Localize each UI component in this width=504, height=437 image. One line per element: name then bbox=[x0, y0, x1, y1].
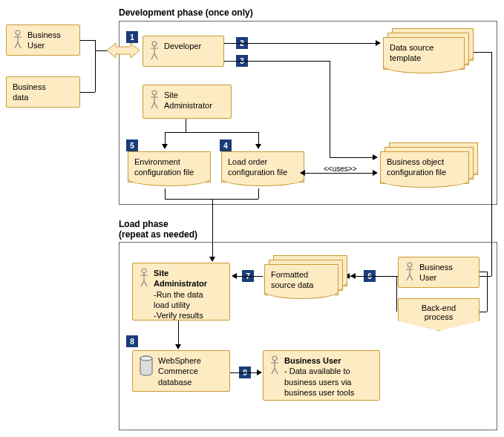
business-user-final: Business User - Data available to busine… bbox=[263, 350, 380, 401]
arrow-dev-datasource bbox=[224, 43, 377, 44]
business-user-load-node: Business User bbox=[398, 257, 480, 288]
person-icon bbox=[269, 355, 280, 375]
svg-marker-1 bbox=[107, 43, 140, 58]
step-4-badge: 4 bbox=[220, 139, 232, 151]
arrowhead bbox=[350, 273, 356, 279]
backend-process-label: Back-end process bbox=[405, 303, 473, 321]
svg-point-5 bbox=[408, 263, 412, 267]
arrowhead bbox=[373, 170, 378, 176]
database-icon bbox=[139, 355, 154, 376]
person-icon bbox=[139, 268, 149, 287]
svg-point-4 bbox=[142, 269, 146, 273]
person-icon bbox=[149, 90, 160, 109]
arrow-dev-bizobj-v bbox=[330, 61, 330, 157]
connector bbox=[258, 188, 259, 199]
arrow-dev-bizobj-h bbox=[224, 61, 330, 62]
phase1-title: Development phase (once only) bbox=[119, 7, 253, 18]
connector bbox=[80, 40, 95, 41]
websphere-db: WebSphere Commerce database bbox=[132, 350, 230, 392]
arrow-db-bu bbox=[230, 372, 258, 373]
arrowhead bbox=[175, 344, 181, 349]
arrow-ds-fmt-h1 bbox=[474, 52, 491, 53]
connector bbox=[165, 199, 258, 200]
arrow-bu-fmt bbox=[355, 276, 396, 277]
arrow-dev-bizobj-h2 bbox=[330, 157, 374, 158]
uses-connector bbox=[304, 173, 374, 174]
data-source-template: Data source template bbox=[383, 37, 465, 70]
connector bbox=[186, 119, 186, 132]
person-icon bbox=[13, 30, 23, 49]
load-order-label: Load order configuration file bbox=[228, 157, 287, 178]
connector bbox=[95, 50, 107, 51]
formatted-source-data: Formatted source data bbox=[264, 264, 338, 295]
arrowhead bbox=[162, 144, 168, 149]
db-label: WebSphere Commerce database bbox=[158, 355, 201, 387]
step-5-badge: 5 bbox=[126, 139, 138, 151]
svg-point-7 bbox=[140, 356, 152, 361]
business-data-label: Business data bbox=[13, 82, 46, 103]
formatted-source-label: Formatted source data bbox=[271, 269, 313, 291]
phase2-subtitle: (repeat as needed) bbox=[119, 229, 197, 240]
arrowhead bbox=[257, 369, 262, 375]
connector bbox=[487, 272, 488, 312]
developer-node: Developer bbox=[143, 36, 224, 67]
svg-point-0 bbox=[16, 30, 20, 35]
developer-label: Developer bbox=[164, 41, 201, 51]
arrowhead bbox=[300, 170, 305, 176]
data-source-template-label: Data source template bbox=[390, 42, 433, 64]
connector bbox=[165, 132, 258, 133]
svg-point-3 bbox=[152, 91, 157, 95]
arrowhead bbox=[373, 154, 378, 160]
arrowhead bbox=[376, 40, 381, 46]
svg-point-2 bbox=[152, 42, 157, 46]
connector bbox=[480, 312, 487, 312]
person-icon bbox=[149, 41, 160, 60]
env-config-file: Environment configuration file bbox=[128, 151, 211, 183]
uses-label: <<uses>> bbox=[322, 165, 358, 173]
load-order-config-file: Load order configuration file bbox=[221, 151, 304, 183]
arrowhead bbox=[232, 273, 237, 279]
site-admin-load-text: Site Administrator -Run the data load ut… bbox=[154, 268, 207, 321]
business-user-load-label: Business User bbox=[419, 262, 453, 283]
business-user-label: Business User bbox=[27, 30, 61, 51]
connector bbox=[480, 272, 487, 272]
arrow-fmt-sa bbox=[236, 276, 263, 277]
business-user-final-text: Business User - Data available to busine… bbox=[284, 355, 354, 398]
connector bbox=[396, 276, 397, 312]
business-data-external: Business data bbox=[6, 76, 80, 108]
biz-obj-config-file: Business object configuration file bbox=[380, 151, 469, 184]
business-user-external: Business User bbox=[6, 24, 80, 56]
arrow-sa-db bbox=[178, 321, 179, 346]
person-icon bbox=[405, 262, 415, 281]
env-config-label: Environment configuration file bbox=[134, 157, 194, 178]
site-admin-dev-label: Site Administrator bbox=[164, 90, 212, 111]
svg-point-8 bbox=[272, 356, 277, 361]
connector bbox=[95, 40, 96, 92]
biz-obj-config-label: Business object configuration file bbox=[387, 157, 446, 178]
site-admin-load-node: Site Administrator -Run the data load ut… bbox=[132, 263, 230, 321]
step-8-badge: 8 bbox=[126, 335, 138, 347]
connector bbox=[80, 92, 95, 93]
bidir-arrow-icon bbox=[107, 42, 140, 59]
connector bbox=[165, 188, 166, 199]
arrowhead bbox=[255, 144, 261, 149]
phase2-title: Load phase bbox=[119, 219, 168, 229]
site-admin-dev-node: Site Administrator bbox=[143, 85, 232, 119]
step-1-badge: 1 bbox=[126, 31, 138, 43]
